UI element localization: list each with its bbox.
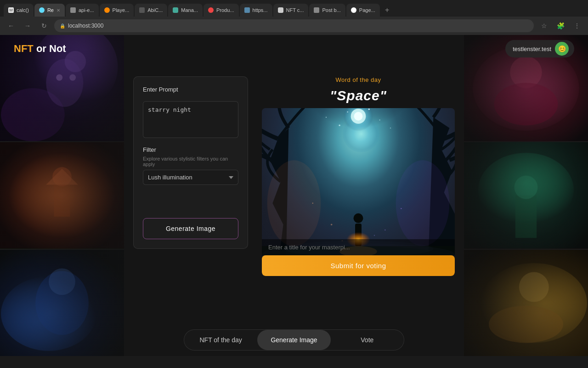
address-text: localhost:3000 [68, 23, 103, 29]
svg-point-34 [347, 111, 348, 112]
svg-point-10 [52, 167, 72, 187]
svg-point-32 [339, 125, 340, 126]
right-side-panel [464, 35, 588, 356]
logo-nft-text: NFT [14, 43, 34, 54]
left-side-panel [0, 35, 124, 356]
nav-item-generate-image[interactable]: Generate Image [257, 330, 330, 350]
forest-scene [262, 108, 455, 255]
prompt-label: Enter Prompt [143, 86, 238, 93]
filter-label: Filter [143, 146, 238, 153]
app-header: NFT or Not testlenster.test 😊 [0, 35, 588, 63]
extension-button[interactable]: 🧩 [554, 19, 567, 32]
forward-button[interactable]: → [21, 19, 34, 32]
submit-voting-button[interactable]: Submit for voting [262, 255, 455, 276]
prompt-input[interactable]: starry night [143, 101, 238, 138]
tab-close[interactable]: ✕ [57, 8, 60, 13]
tab-react[interactable]: Re ✕ [34, 4, 65, 17]
svg-rect-20 [464, 142, 588, 248]
tab-player[interactable]: Playe... [100, 4, 134, 17]
svg-point-36 [390, 127, 391, 128]
username-text: testlenster.test [513, 46, 551, 52]
tab-nft[interactable]: NFT c... [273, 4, 309, 17]
svg-point-31 [354, 112, 363, 121]
logo-rest-text: or Not [36, 43, 66, 54]
generate-image-button[interactable]: Generate Image [143, 218, 238, 239]
bookmark-button[interactable]: ☆ [537, 19, 550, 32]
tab-https[interactable]: https... [240, 4, 272, 17]
deco-art-5 [464, 142, 588, 248]
svg-point-19 [494, 83, 558, 126]
svg-point-8 [9, 153, 115, 238]
generated-image [262, 108, 455, 255]
word-of-day-label: Word of the day [335, 76, 381, 83]
svg-point-53 [374, 235, 375, 236]
filter-section: Filter Explore various stylistic filters… [143, 146, 238, 185]
svg-rect-22 [515, 196, 537, 238]
nav-bar: ← → ↻ 🔒 localhost:3000 ☆ 🧩 ⋮ [0, 17, 588, 35]
back-button[interactable]: ← [5, 19, 17, 32]
svg-point-21 [478, 153, 574, 227]
deco-art-2 [0, 142, 124, 248]
svg-rect-7 [0, 142, 124, 248]
svg-point-26 [519, 272, 549, 302]
address-bar[interactable]: 🔒 localhost:3000 [54, 19, 534, 32]
svg-point-4 [46, 59, 83, 107]
svg-marker-11 [46, 169, 78, 185]
svg-point-51 [384, 230, 385, 230]
tab-post1[interactable]: Post b... [309, 4, 345, 17]
svg-point-35 [368, 109, 370, 110]
title-input[interactable] [262, 239, 455, 255]
svg-point-47 [396, 160, 450, 246]
new-tab-button[interactable]: + [381, 4, 394, 17]
word-panel: Word of the day "Space" [262, 76, 455, 276]
nav-pill: NFT of the day Generate Image Vote [184, 329, 404, 351]
settings-button[interactable]: ⋮ [571, 19, 583, 32]
user-info: testlenster.test 😊 [505, 40, 574, 58]
nav-item-nft-of-the-day[interactable]: NFT of the day [184, 330, 257, 350]
svg-point-37 [326, 117, 327, 118]
tab-abi[interactable]: AbiC... [135, 4, 167, 17]
svg-point-48 [312, 203, 313, 204]
browser-chrome: M calc() Re ✕ api-e... Playe... AbiC... … [0, 0, 588, 35]
bottom-nav: NFT of the day Generate Image Vote [0, 324, 588, 356]
svg-rect-9 [54, 185, 70, 217]
tab-bar: M calc() Re ✕ api-e... Playe... AbiC... … [0, 0, 588, 17]
svg-point-5 [56, 75, 62, 81]
tab-api[interactable]: api-e... [66, 4, 99, 17]
svg-point-33 [379, 120, 380, 121]
prompt-panel: Enter Prompt starry night Filter Explore… [133, 76, 248, 249]
lock-icon: 🔒 [60, 23, 65, 29]
svg-point-2 [1, 88, 65, 142]
tab-calc[interactable]: M calc() [4, 4, 34, 17]
svg-point-43 [354, 213, 363, 223]
tab-mana[interactable]: Mana... [168, 4, 203, 17]
svg-point-50 [331, 224, 333, 226]
app-logo: NFT or Not [14, 43, 66, 55]
refresh-button[interactable]: ↻ [38, 19, 51, 32]
user-avatar[interactable]: 😊 [555, 42, 569, 56]
nav-item-vote[interactable]: Vote [331, 330, 404, 350]
svg-point-6 [69, 75, 76, 81]
main-content: Enter Prompt starry night Filter Explore… [124, 63, 464, 324]
filter-desc: Explore various stylistic filters you ca… [143, 156, 238, 167]
tab-github1[interactable]: Page... [346, 4, 380, 17]
tab-prod[interactable]: Produ... [204, 4, 239, 17]
word-of-day-title: "Space" [330, 88, 387, 104]
page-content: NFT or Not testlenster.test 😊 Enter Prom… [0, 35, 588, 356]
filter-select[interactable]: Lush illumination Cyberpunk Watercolor O… [143, 170, 238, 185]
svg-point-15 [49, 268, 75, 295]
generated-image-container: Submit for voting [262, 108, 455, 276]
svg-point-49 [401, 208, 401, 209]
svg-point-23 [514, 176, 538, 199]
